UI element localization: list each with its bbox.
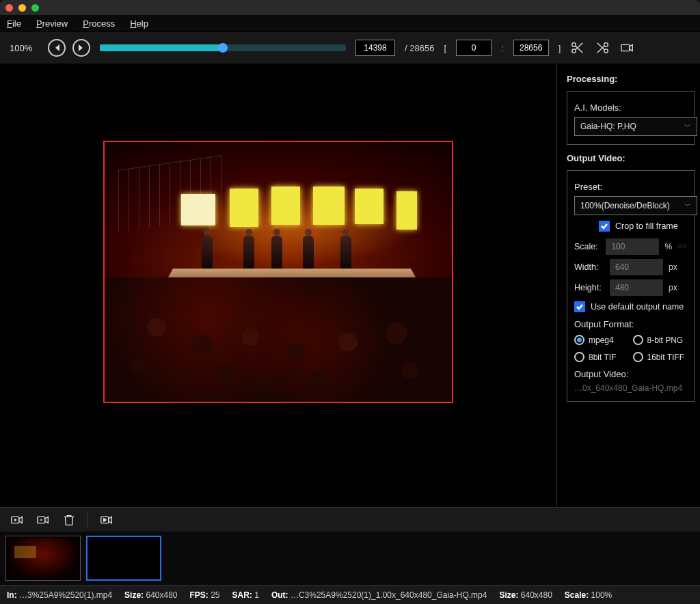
range-colon: : [501,43,504,53]
width-input[interactable] [610,259,663,275]
menu-bar: File Preview Process Help [0,15,700,31]
settings-panel: Processing: A.I. Models: Gaia-HQ: P,HQ ﹀… [556,64,700,507]
scale-row: Scale: % [574,238,687,255]
menu-help[interactable]: Help [130,18,148,29]
width-unit: px [669,262,677,272]
scissors-forward-icon [595,40,610,55]
snapshot-button[interactable] [619,40,634,55]
ai-models-label: A.I. Models: [574,102,687,113]
crop-label: Crop to fill frame [615,221,678,231]
radio-icon [574,352,584,362]
scissors-icon [570,40,585,55]
format-radio-group: mpeg4 8-bit PNG 8bit TIF 16bit TIFF [574,335,687,362]
scale-input[interactable] [606,238,659,255]
format-8bit-png[interactable]: 8-bit PNG [633,335,688,345]
preset-value: 100%(Denoise/DeBlock) [580,201,670,210]
range-start-input[interactable] [456,40,492,56]
video-frame[interactable] [103,141,453,403]
minimize-window-button[interactable] [18,4,26,12]
trash-icon [62,512,77,527]
default-name-checkbox[interactable] [574,301,585,312]
queue-toolbar [0,507,700,532]
range-open-bracket: [ [444,43,446,53]
chevron-down-icon: ﹀ [684,201,691,210]
width-row: Width: px [574,259,687,275]
queue-thumbnails [0,532,700,585]
camera-icon [619,40,634,55]
output-path: …0x_640x480_Gaia-HQ.mp4 [574,383,687,393]
maximize-window-button[interactable] [31,4,39,12]
scale-unit: % [664,242,672,251]
zoom-level[interactable]: 100% [10,43,38,53]
skip-back-button[interactable] [48,39,66,57]
toolbar-divider [88,513,88,527]
output-heading: Output Video: [567,153,695,163]
format-16bit-tiff[interactable]: 16bit TIFF [633,352,688,362]
height-row: Height: px [574,279,687,296]
camera-play-icon [99,512,114,527]
queue-item-2[interactable] [86,536,161,581]
preset-select[interactable]: 100%(Denoise/DeBlock) ﹀ [574,196,697,215]
camera-minus-icon [36,512,51,527]
chevron-down-icon: ﹀ [684,122,691,131]
ai-models-select[interactable]: Gaia-HQ: P,HQ ﹀ [574,117,697,136]
timeline-slider[interactable] [100,44,346,51]
frame-separator: / 28656 [405,43,434,53]
svg-point-1 [572,49,576,53]
skip-forward-button[interactable] [72,39,90,57]
link-icon [677,241,687,252]
menu-process[interactable]: Process [83,18,115,29]
preset-label: Preset: [574,182,687,192]
default-name-row[interactable]: Use default output name [574,301,687,312]
skip-forward-icon [77,44,85,52]
menu-preview[interactable]: Preview [36,18,68,29]
height-label: Height: [574,283,604,292]
status-bar: In: …3%25A9%2520(1).mp4 Size: 640x480 FP… [0,585,700,604]
radio-icon [633,352,643,362]
current-frame-input[interactable] [355,40,395,56]
trim-start-button[interactable] [570,40,585,55]
processing-heading: Processing: [567,74,695,84]
queue-process-button[interactable] [99,512,114,527]
range-close-bracket: ] [558,43,561,53]
queue-item-1[interactable] [5,536,81,581]
camera-plus-icon [10,512,25,527]
close-window-button[interactable] [5,4,13,12]
queue-remove-button[interactable] [36,512,51,527]
default-name-label: Use default output name [591,302,684,312]
window-titlebar [0,0,700,15]
trim-end-button[interactable] [595,40,610,55]
playback-toolbar: 100% / 28656 [ : ] [0,31,700,64]
svg-point-0 [572,43,576,46]
preview-area [0,64,556,507]
output-video-label: Output Video: [574,369,687,379]
svg-rect-4 [621,44,630,51]
svg-point-2 [604,43,608,46]
svg-point-3 [604,49,608,53]
range-end-input[interactable] [513,40,549,56]
queue-add-button[interactable] [10,512,25,527]
scale-label: Scale: [574,242,600,251]
format-label: Output Format: [574,319,687,329]
width-label: Width: [574,262,604,272]
format-8bit-tif[interactable]: 8bit TIF [574,352,629,362]
radio-icon [633,335,643,345]
crop-checkbox-row[interactable]: Crop to fill frame [599,221,687,232]
height-unit: px [669,283,677,292]
height-input[interactable] [610,279,663,296]
format-mpeg4[interactable]: mpeg4 [574,335,629,345]
crop-checkbox[interactable] [599,221,610,232]
ai-models-value: Gaia-HQ: P,HQ [580,122,636,131]
output-video-box: Preset: 100%(Denoise/DeBlock) ﹀ Crop to … [567,170,695,402]
ai-models-box: A.I. Models: Gaia-HQ: P,HQ ﹀ [567,91,695,145]
queue-delete-button[interactable] [62,512,77,527]
skip-back-icon [53,44,61,52]
video-content [105,142,452,402]
radio-icon [574,335,584,345]
menu-file[interactable]: File [7,18,21,29]
